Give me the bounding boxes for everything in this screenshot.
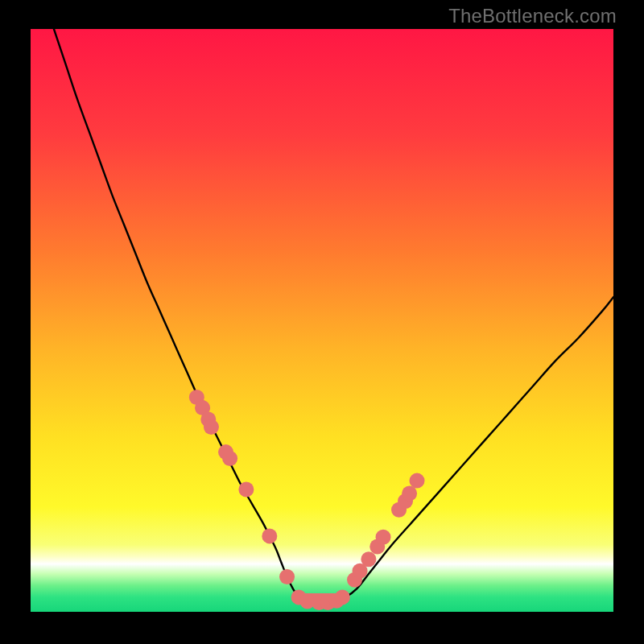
marker-dot (376, 530, 391, 545)
marker-dot (204, 419, 219, 435)
marker-dot (279, 569, 295, 584)
marker-dot (222, 451, 237, 466)
marker-dot (262, 528, 277, 543)
curve-layer (31, 29, 613, 612)
marker-dot (238, 481, 254, 497)
marker-group (189, 390, 425, 610)
chart-container: TheBottleneck.com (0, 0, 644, 644)
bottleneck-curve (54, 29, 613, 603)
marker-dot (361, 551, 376, 567)
marker-dot (335, 589, 350, 605)
marker-dot (402, 486, 417, 502)
watermark-text: TheBottleneck.com (448, 5, 617, 27)
marker-dot (410, 473, 425, 489)
plot-area (31, 29, 613, 612)
